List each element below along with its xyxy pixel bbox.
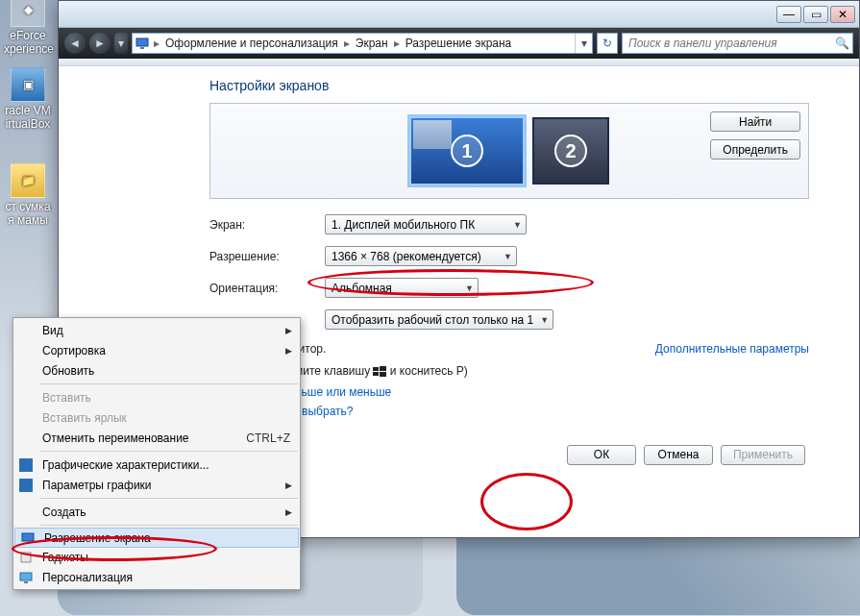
- label-screen: Экран:: [209, 218, 325, 232]
- intel-icon: [18, 457, 34, 473]
- advanced-settings-link[interactable]: Дополнительные параметры: [655, 341, 809, 357]
- submenu-arrow-icon: ▶: [285, 507, 292, 517]
- ok-button[interactable]: ОК: [567, 445, 636, 465]
- breadcrumb-seg[interactable]: Разрешение экрана: [402, 34, 516, 53]
- windows-key-icon: [373, 366, 386, 378]
- titlebar[interactable]: — ▭ ✕: [59, 1, 859, 28]
- breadcrumb-seg[interactable]: Экран: [352, 34, 392, 53]
- display-preview: 1 2 Найти Определить: [209, 103, 809, 199]
- folder-icon: 📁: [11, 163, 45, 198]
- desktop-icon-geforce[interactable]: ◆ eForce xperience: [4, 0, 52, 56]
- svg-rect-11: [20, 573, 32, 580]
- close-button[interactable]: ✕: [830, 6, 855, 23]
- detect-button[interactable]: Определить: [710, 139, 800, 160]
- combo-value: 1. Дисплей мобильного ПК: [332, 218, 475, 232]
- desktop-icon-label: eForce xperience: [4, 29, 52, 56]
- search-input[interactable]: [623, 37, 831, 50]
- navbar: ◄ ► ▾ ▸ Оформление и персонализация ▸ Эк…: [59, 28, 859, 59]
- ctx-gadgets[interactable]: Гаджеты: [13, 547, 300, 567]
- ctx-view[interactable]: Вид▶: [13, 320, 300, 340]
- desktop-icon-label: racle VM irtualBox: [4, 104, 52, 131]
- minimize-button[interactable]: —: [776, 6, 801, 23]
- desktop-icon-virtualbox[interactable]: ▣ racle VM irtualBox: [4, 67, 52, 131]
- chevron-down-icon: ▼: [513, 220, 522, 230]
- back-button[interactable]: ◄: [64, 33, 86, 54]
- forward-button[interactable]: ►: [89, 33, 111, 54]
- submenu-arrow-icon: ▶: [285, 326, 292, 335]
- nvidia-icon: ◆: [11, 0, 45, 27]
- svg-rect-7: [19, 479, 33, 492]
- svg-rect-1: [140, 47, 144, 49]
- label-orientation: Ориентация:: [209, 282, 325, 295]
- ctx-new[interactable]: Создать▶: [13, 502, 300, 522]
- cancel-button[interactable]: Отмена: [644, 445, 713, 465]
- screen-combo[interactable]: 1. Дисплей мобильного ПК ▼: [325, 214, 527, 234]
- combo-value: 1366 × 768 (рекомендуется): [332, 250, 481, 263]
- svg-rect-12: [24, 581, 28, 583]
- combo-value: Альбомная: [332, 282, 392, 295]
- virtualbox-icon: ▣: [11, 67, 45, 102]
- desktop-icon-label: ст сумка я мамы: [4, 200, 52, 227]
- projector-text-tail: и коснитесь P): [386, 364, 467, 378]
- monitor-number: 2: [554, 135, 587, 167]
- display-icon: [133, 34, 152, 53]
- ctx-shortcut: CTRL+Z: [246, 431, 290, 445]
- breadcrumb-seg[interactable]: Оформление и персонализация: [161, 34, 342, 53]
- breadcrumb[interactable]: ▸ Оформление и персонализация ▸ Экран ▸ …: [132, 33, 593, 54]
- svg-rect-10: [21, 553, 31, 562]
- desktop-context-menu: Вид▶ Сортировка▶ Обновить Вставить Встав…: [12, 317, 301, 590]
- submenu-arrow-icon: ▶: [285, 480, 292, 490]
- breadcrumb-dropdown[interactable]: ▾: [575, 34, 592, 53]
- desktop-icon-folder[interactable]: 📁 ст сумка я мамы: [4, 163, 52, 227]
- ctx-refresh[interactable]: Обновить: [13, 360, 300, 381]
- monitor-number: 1: [451, 135, 483, 167]
- svg-rect-6: [19, 458, 33, 472]
- search-icon[interactable]: 🔍: [831, 37, 852, 50]
- chevron-down-icon: ▼: [504, 252, 512, 261]
- maximize-button[interactable]: ▭: [803, 6, 828, 23]
- personalize-icon: [18, 570, 34, 585]
- apply-button[interactable]: Применить: [721, 445, 805, 465]
- ctx-paste-shortcut: Вставить ярлык: [13, 407, 300, 428]
- ctx-paste: Вставить: [13, 387, 300, 407]
- monitor-2[interactable]: 2: [532, 117, 609, 185]
- ctx-graphics-params[interactable]: Параметры графики▶: [13, 475, 300, 495]
- find-button[interactable]: Найти: [710, 111, 800, 132]
- ctx-graphics-properties[interactable]: Графические характеристики...: [13, 455, 300, 475]
- combo-value: Отобразить рабочий стол только на 1: [332, 313, 533, 327]
- svg-rect-0: [136, 38, 148, 46]
- ctx-separator: [40, 451, 298, 452]
- orientation-combo[interactable]: Альбомная ▼: [325, 278, 479, 298]
- ctx-screen-resolution[interactable]: Разрешение экрана: [14, 528, 299, 548]
- ctx-sort[interactable]: Сортировка▶: [13, 340, 300, 360]
- multi-display-combo[interactable]: Отобразить рабочий стол только на 1 ▼: [325, 309, 553, 330]
- ctx-separator: [40, 383, 298, 384]
- history-dropdown[interactable]: ▾: [114, 33, 128, 54]
- intel-icon: [18, 478, 34, 493]
- search-box[interactable]: 🔍: [622, 33, 853, 54]
- gadget-icon: [18, 550, 34, 565]
- command-bar: [59, 59, 859, 66]
- refresh-button[interactable]: ↻: [597, 33, 618, 54]
- svg-rect-4: [373, 372, 379, 376]
- label-resolution: Разрешение:: [209, 250, 325, 263]
- ctx-separator: [40, 498, 298, 499]
- ctx-separator: [40, 525, 298, 526]
- resolution-combo[interactable]: 1366 × 768 (рекомендуется) ▼: [325, 246, 517, 266]
- submenu-arrow-icon: ▶: [285, 346, 292, 356]
- ctx-undo-rename[interactable]: Отменить переименованиеCTRL+Z: [13, 428, 300, 448]
- chevron-down-icon: ▼: [465, 283, 474, 293]
- monitor-1[interactable]: 1: [409, 116, 525, 185]
- page-title: Настройки экранов: [209, 78, 809, 93]
- ctx-personalize[interactable]: Персонализация: [13, 567, 300, 587]
- svg-rect-2: [373, 367, 379, 371]
- chevron-down-icon: ▼: [540, 315, 549, 325]
- svg-rect-9: [26, 542, 30, 544]
- svg-rect-8: [22, 533, 34, 541]
- display-icon: [20, 530, 36, 546]
